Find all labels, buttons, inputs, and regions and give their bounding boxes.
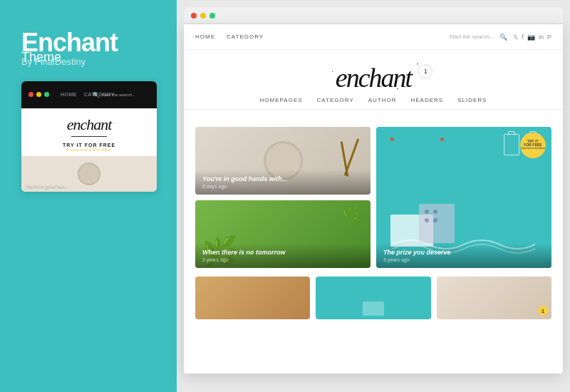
site-secondary-nav: HOMEPAGES CATEGORY AUTHOR HEADERS SLIDER…: [184, 97, 563, 110]
notification-badge[interactable]: 1: [418, 64, 432, 78]
mini-cta-sub: Experience Enchant: [67, 148, 112, 152]
card-teal-title: The prize you deserve: [383, 249, 544, 256]
hanger-1: [504, 134, 519, 155]
card-plant-title: When there is no tomorrow: [202, 249, 363, 256]
bottom-card-warm[interactable]: 1: [437, 277, 551, 319]
site-nav-right: Start the search... 🔍 𝕏 f 📷 in P: [449, 33, 551, 41]
mini-dot-yellow: [36, 92, 41, 97]
facebook-icon[interactable]: f: [522, 33, 524, 41]
instagram-icon[interactable]: 📷: [527, 33, 535, 41]
site-nav-homepages[interactable]: HOMEPAGES: [260, 97, 303, 103]
teal2-background: [316, 277, 430, 319]
site-social-icons: 𝕏 f 📷 in P: [513, 33, 551, 41]
site-nav: HOME CATEGORY Start the search... 🔍 𝕏 f …: [184, 24, 563, 50]
card-teal[interactable]: TRY ITFOR FREE Experience Enchant The pr…: [376, 127, 551, 268]
mini-preview-card: HOME CATEGORY 🔍 Start the search... ench…: [21, 81, 157, 192]
pinterest-icon[interactable]: P: [547, 33, 551, 41]
browser-dot-green: [209, 13, 215, 19]
mini-body: enchant TRY IT FOR FREE Experience Encha…: [21, 108, 157, 156]
browser-chrome: [184, 7, 563, 24]
red-pin-1: [390, 138, 394, 141]
mini-dot-red: [28, 92, 33, 97]
mini-nav-home[interactable]: HOME: [61, 92, 77, 97]
mini-dot-green: [44, 92, 49, 97]
mini-search-icon: 🔍: [93, 91, 100, 98]
browser-body: HOME CATEGORY Start the search... 🔍 𝕏 f …: [184, 24, 563, 373]
teal-badge: TRY ITFOR FREE Experience Enchant: [520, 133, 546, 158]
site-logo: enchant • • •: [336, 64, 411, 91]
bottom-card-teal[interactable]: [316, 277, 430, 319]
bottom-row: 1: [184, 277, 563, 328]
twitter-icon[interactable]: 𝕏: [513, 33, 518, 41]
card-teal-time: 3 years ago: [383, 257, 544, 262]
site-nav-links: HOME CATEGORY: [195, 33, 264, 40]
site-hero: enchant • • • 1 HOMEPAGES CATEGORY AUTHO…: [184, 50, 563, 118]
browser-dot-red: [191, 13, 197, 19]
mini-nav-bar: HOME CATEGORY 🔍 Start the search...: [21, 81, 157, 108]
mini-search-bar: 🔍 Start the search...: [93, 91, 135, 98]
mini-logo: enchant: [67, 115, 112, 135]
card-plate-time: 5 days ago: [202, 184, 363, 189]
site-search-icon[interactable]: 🔍: [499, 33, 507, 41]
mini-search-text: Start the search...: [102, 93, 135, 97]
card-teal-overlay: The prize you deserve 3 years ago: [376, 243, 551, 268]
site-search-text: Start the search...: [449, 33, 494, 40]
wood-background: [195, 277, 310, 319]
card-plant-image: 🌿 🌿 When there is no tomorrow 3 years ag…: [195, 200, 370, 268]
cards-grid: You're in good hands with... 5 days ago: [184, 118, 563, 277]
site-nav-category[interactable]: CATEGORY: [317, 97, 354, 103]
main-preview: HOME CATEGORY Start the search... 🔍 𝕏 f …: [177, 0, 570, 392]
mini-cta-main: TRY IT FOR FREE: [63, 143, 115, 148]
sidebar-title: Enchant Theme By FinalDestiny: [21, 29, 155, 67]
sidebar: Enchant Theme By FinalDestiny HOME CATEG…: [0, 0, 177, 392]
site-nav-category[interactable]: CATEGORY: [227, 33, 264, 40]
bottom-badge: 1: [538, 306, 548, 316]
site-nav-author[interactable]: AUTHOR: [368, 97, 397, 103]
card-plant[interactable]: 🌿 🌿 When there is no tomorrow 3 years ag…: [195, 200, 370, 268]
card-plate-overlay: You're in good hands with... 5 days ago: [195, 170, 370, 195]
card-plate[interactable]: You're in good hands with... 5 days ago: [195, 127, 370, 195]
mini-card-overlay-text: You're in good han...: [26, 183, 68, 188]
card-plant-time: 3 years ago: [202, 257, 363, 262]
card-plate-title: You're in good hands with...: [202, 175, 363, 182]
card-plate-image: You're in good hands with... 5 days ago: [195, 127, 370, 195]
site-nav-home[interactable]: HOME: [195, 33, 215, 40]
card-teal-image: TRY ITFOR FREE Experience Enchant The pr…: [376, 127, 551, 268]
linkedin-icon[interactable]: in: [539, 33, 544, 41]
site-nav-headers[interactable]: HEADERS: [411, 97, 444, 103]
browser-dot-yellow: [200, 13, 206, 19]
mini-plate-circle: [78, 163, 100, 185]
red-pin-2: [440, 138, 444, 141]
mini-card-image: You're in good han...: [21, 156, 157, 192]
site-nav-sliders[interactable]: SLIDERS: [457, 97, 487, 103]
card-plant-overlay: When there is no tomorrow 3 years ago: [195, 243, 370, 268]
bottom-card-wood[interactable]: [195, 277, 310, 319]
warm-background: [437, 277, 551, 319]
